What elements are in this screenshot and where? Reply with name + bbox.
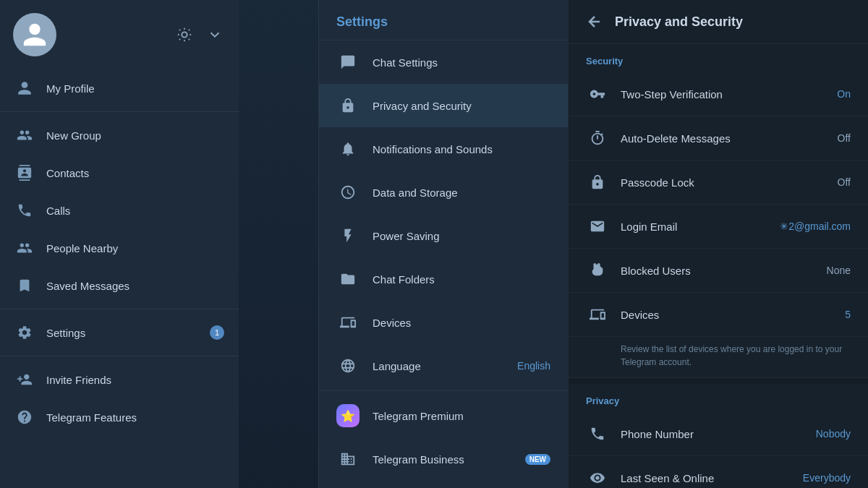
- sidebar-item-label: Contacts: [46, 167, 89, 179]
- theme-toggle-button[interactable]: [174, 24, 195, 46]
- security-section-label: Security: [569, 44, 868, 72]
- privacy-panel: Privacy and Security Security Two-Step V…: [568, 0, 868, 488]
- lock-icon: [336, 94, 359, 117]
- privacy-item-auto-delete[interactable]: Auto-Delete Messages Off: [569, 116, 868, 160]
- privacy-item-label: Passcode Lock: [621, 176, 826, 189]
- privacy-item-login-email[interactable]: Login Email ✳2@gmail.com: [569, 205, 868, 249]
- privacy-item-label: Blocked Users: [621, 265, 815, 277]
- settings-item-privacy-security[interactable]: Privacy and Security: [319, 84, 568, 127]
- sidebar-item-saved-messages[interactable]: Saved Messages: [0, 267, 239, 304]
- privacy-item-label: Last Seen & Online: [621, 472, 791, 484]
- privacy-panel-title: Privacy and Security: [615, 14, 743, 30]
- settings-item-label: Chat Folders: [373, 273, 550, 286]
- bookmark-icon: [14, 275, 35, 296]
- settings-item-label: Notifications and Sounds: [373, 143, 550, 155]
- settings-item-chat-folders[interactable]: Chat Folders: [319, 257, 568, 301]
- collapse-button[interactable]: [204, 24, 226, 46]
- sidebar-item-calls[interactable]: Calls: [0, 192, 239, 229]
- privacy-item-value: ✳2@gmail.com: [780, 221, 851, 232]
- sidebar-item-label: My Profile: [46, 82, 95, 95]
- settings-item-label: Language: [373, 360, 504, 372]
- phone-icon: [14, 200, 35, 221]
- settings-item-telegram-business[interactable]: Telegram Business NEW: [319, 437, 568, 481]
- privacy-item-label: Login Email: [621, 221, 768, 233]
- new-badge: NEW: [525, 454, 550, 465]
- clock-icon: [336, 181, 359, 204]
- sidebar-item-settings[interactable]: Settings 1: [0, 314, 239, 351]
- chat-area: [239, 0, 318, 488]
- sidebar-divider-3: [0, 356, 239, 356]
- chat-blur-overlay: [239, 0, 318, 488]
- privacy-item-label: Phone Number: [621, 428, 804, 440]
- sidebar-header: [0, 0, 239, 64]
- svg-point-0: [182, 32, 187, 37]
- sidebar-item-label: Saved Messages: [46, 280, 129, 292]
- folder-icon: [336, 267, 359, 291]
- sidebar-item-new-group[interactable]: New Group: [0, 116, 239, 154]
- bell-icon: [336, 137, 359, 160]
- settings-item-gift-premium[interactable]: Gift Premium: [319, 481, 568, 488]
- section-divider: [569, 378, 868, 384]
- sidebar-item-my-profile[interactable]: My Profile: [0, 69, 239, 107]
- device-icon: [336, 311, 359, 334]
- sidebar-item-label: People Nearby: [46, 242, 118, 254]
- settings-item-label: Chat Settings: [373, 56, 550, 69]
- person-icon: [14, 78, 35, 98]
- add-person-icon: [14, 369, 35, 390]
- settings-icon: [14, 322, 35, 343]
- settings-item-data-storage[interactable]: Data and Storage: [319, 171, 568, 214]
- eye-icon: [586, 466, 609, 488]
- privacy-item-blocked-users[interactable]: Blocked Users None: [569, 249, 868, 293]
- privacy-item-value: Off: [838, 176, 851, 188]
- settings-title: Settings: [336, 14, 388, 29]
- key-icon: [586, 82, 609, 106]
- sidebar-item-label: Calls: [46, 205, 70, 217]
- privacy-item-devices[interactable]: Devices 5: [569, 293, 868, 337]
- settings-panel: Settings Chat Settings Privacy and Secur…: [318, 0, 568, 488]
- back-button[interactable]: [586, 13, 603, 30]
- privacy-section-label: Privacy: [569, 384, 868, 412]
- avatar[interactable]: [13, 13, 56, 56]
- sidebar-item-invite-friends[interactable]: Invite Friends: [0, 361, 239, 398]
- settings-item-label: Telegram Premium: [373, 410, 550, 422]
- settings-item-language[interactable]: Language English: [319, 344, 568, 388]
- sidebar-item-people-nearby[interactable]: People Nearby: [0, 229, 239, 267]
- privacy-item-phone-number[interactable]: Phone Number Nobody: [569, 412, 868, 456]
- privacy-item-value: 5: [845, 309, 851, 320]
- privacy-item-last-seen[interactable]: Last Seen & Online Everybody: [569, 456, 868, 488]
- settings-header: Settings: [319, 0, 568, 40]
- padlock-icon: [586, 171, 609, 194]
- sidebar: My Profile New Group Contacts: [0, 0, 239, 488]
- sidebar-item-contacts[interactable]: Contacts: [0, 154, 239, 192]
- sidebar-item-label: Invite Friends: [46, 374, 111, 386]
- privacy-item-passcode-lock[interactable]: Passcode Lock Off: [569, 160, 868, 205]
- sidebar-divider-2: [0, 309, 239, 309]
- settings-item-label: Devices: [373, 317, 550, 329]
- contacts-icon: [14, 163, 35, 183]
- settings-item-notifications[interactable]: Notifications and Sounds: [319, 127, 568, 171]
- bolt-icon: [336, 224, 359, 247]
- hand-icon: [586, 259, 609, 282]
- settings-item-value: English: [517, 360, 550, 372]
- devices-note: Review the list of devices where you are…: [569, 337, 868, 378]
- nearby-icon: [14, 238, 35, 258]
- settings-item-devices[interactable]: Devices: [319, 301, 568, 344]
- sidebar-header-icons: [174, 24, 226, 46]
- settings-list: Chat Settings Privacy and Security Notif…: [319, 40, 568, 488]
- privacy-item-two-step[interactable]: Two-Step Verification On: [569, 72, 868, 116]
- sidebar-item-telegram-features[interactable]: Telegram Features: [0, 398, 239, 436]
- globe-icon: [336, 354, 359, 377]
- privacy-item-value: None: [827, 265, 851, 276]
- sidebar-item-label: Settings: [46, 327, 85, 339]
- settings-item-telegram-premium[interactable]: ⭐ Telegram Premium: [319, 394, 568, 437]
- settings-item-chat-settings[interactable]: Chat Settings: [319, 40, 568, 84]
- sidebar-divider-1: [0, 111, 239, 112]
- privacy-item-value: Off: [838, 132, 851, 144]
- settings-item-label: Telegram Business: [373, 453, 512, 466]
- sidebar-item-label: New Group: [46, 129, 101, 142]
- help-icon: [14, 407, 35, 427]
- privacy-content: Security Two-Step Verification On Auto-D…: [569, 44, 868, 488]
- settings-badge: 1: [210, 325, 224, 340]
- privacy-header: Privacy and Security: [569, 0, 868, 44]
- settings-item-power-saving[interactable]: Power Saving: [319, 214, 568, 257]
